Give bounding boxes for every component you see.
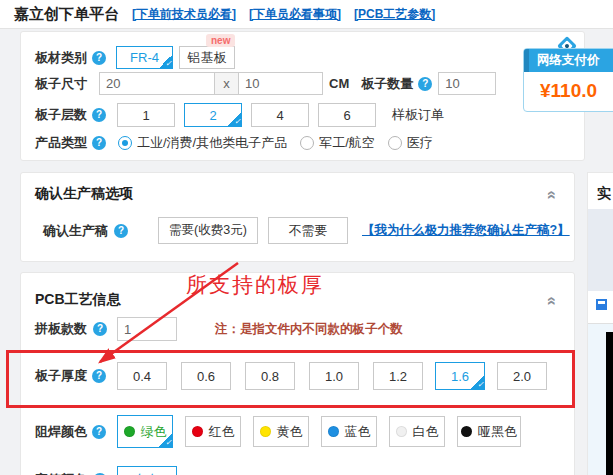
material-option-fr4[interactable]: FR-4 [116,46,173,69]
layers-option-1[interactable]: 1 [117,103,175,127]
thickness-option-2.0[interactable]: 2.0 [497,362,547,390]
sample-order-text: 样板订单 [392,106,444,124]
solder-option-red[interactable]: 红色 [185,416,241,447]
material-label: 板材类别 [35,49,87,67]
yellow-dot-icon [260,426,271,437]
layers-row: 板子层数 ? 1 2 4 6 样板订单 [35,103,444,127]
price-box-header: 网络支付价 [524,49,613,72]
radio-industrial[interactable] [118,136,132,150]
radio-military[interactable] [300,136,314,150]
size-unit: CM [329,76,349,91]
radio-medical[interactable] [388,136,402,150]
panel-count-note: 注：是指文件内不同款的板子个数 [215,321,403,338]
price-box-label: 网络支付价 [537,52,600,69]
solder-color-row: 阻焊颜色 ? 绿色 红色 黄色 蓝色 白色 哑黑色 [35,415,521,448]
red-dot-icon [192,426,203,437]
thickness-option-0.4[interactable]: 0.4 [117,362,167,390]
quantity-help-icon[interactable]: ? [418,77,432,91]
confirm-file-help-icon[interactable]: ? [114,224,128,238]
size-label: 板子尺寸 [35,75,87,93]
no-need-confirm-button[interactable]: 不需要 [268,217,348,244]
thickness-option-0.6[interactable]: 0.6 [181,362,231,390]
link-pcb-process-params[interactable]: [PCB工艺参数] [354,6,435,23]
panel-count-label: 拼板款数 [35,320,87,338]
layers-option-2[interactable]: 2 [184,103,242,127]
silkscreen-label: 字符颜色 [35,471,87,475]
confirm-file-label: 确认生产稿 [43,222,108,240]
panel-count-row: 拼板款数 ? 注：是指文件内不同款的板子个数 [35,317,403,341]
layers-option-4[interactable]: 4 [251,103,309,127]
material-row: 板材类别 ? FR-4 铝基板 [35,46,235,69]
thickness-option-1.0[interactable]: 1.0 [309,362,359,390]
link-pre-order-tech[interactable]: [下单前技术员必看] [132,6,236,23]
selected-check-icon [470,375,485,390]
solder-option-yellow[interactable]: 黄色 [253,416,309,447]
quote-tool-icon[interactable] [596,299,607,310]
panel-count-help-icon[interactable]: ? [93,322,107,336]
thickness-row: 板子厚度 ? 0.4 0.6 0.8 1.0 1.2 1.6 2.0 [35,362,547,390]
quantity-label: 板子数量 [361,75,413,93]
thickness-help-icon[interactable]: ? [92,369,106,383]
right-panel-block [588,209,613,291]
thickness-option-0.8[interactable]: 0.8 [245,362,295,390]
solder-option-matte-black[interactable]: 哑黑色 [457,416,521,447]
link-order-staff-notes[interactable]: [下单员必看事项] [249,6,341,23]
solder-option-green[interactable]: 绿色 [117,415,173,448]
product-type-row: 产品类型 ? 工业/消费/其他类电子产品 军工/航空 医疗 [35,134,433,152]
panel-count-input[interactable] [117,317,177,341]
white-dot-icon [396,426,407,437]
selected-check-icon [158,433,173,448]
product-type-label: 产品类型 [35,134,87,152]
solder-color-help-icon[interactable]: ? [92,425,106,439]
thickness-option-1.6[interactable]: 1.6 [435,362,485,390]
size-separator: x [215,72,239,95]
why-confirm-link[interactable]: 【我为什么极力推荐您确认生产稿?】 [362,222,570,239]
need-confirm-button[interactable]: 需要(收费3元) [158,217,258,244]
material-option-aluminum[interactable]: 铝基板 [179,46,235,69]
black-dot-icon [461,426,472,437]
jlc-order-page: 嘉立创下单平台 [下单前技术员必看] [下单员必看事项] [PCB工艺参数] 板… [0,0,613,475]
blue-dot-icon [328,426,339,437]
price-box: 网络支付价 ¥110.0 [523,48,613,112]
solder-color-label: 阻焊颜色 [35,423,87,441]
new-badge: new [206,34,235,47]
pcb-section-title: PCB工艺信息 [35,291,121,309]
price-amount: ¥110.0 [524,72,613,102]
silkscreen-color-row: 字符颜色 ? 白色 [35,466,177,475]
page-title: 嘉立创下单平台 [14,5,119,24]
layers-label: 板子层数 [35,106,87,124]
collapse-chevron-icon[interactable]: « [543,297,561,306]
collapse-chevron-icon[interactable]: « [543,191,561,200]
right-panel-title: 实 [597,185,611,203]
layers-help-icon[interactable]: ? [92,108,106,122]
board-height-input[interactable] [239,72,323,95]
layers-option-6[interactable]: 6 [318,103,376,127]
top-header-bar: 嘉立创下单平台 [下单前技术员必看] [下单员必看事项] [PCB工艺参数] [0,0,613,29]
solder-option-white[interactable]: 白色 [389,416,445,447]
silkscreen-option-white[interactable]: 白色 [117,466,177,475]
board-width-input[interactable] [99,72,215,95]
material-help-icon[interactable]: ? [92,51,106,65]
green-dot-icon [124,426,135,437]
product-type-help-icon[interactable]: ? [92,136,106,150]
quantity-input[interactable] [438,72,496,95]
confirm-section-title: 确认生产稿选项 [35,185,133,203]
selected-check-icon [227,112,242,127]
solder-option-blue[interactable]: 蓝色 [321,416,377,447]
pcb-preview-edge [606,332,613,475]
thickness-option-1.2[interactable]: 1.2 [373,362,423,390]
size-row: 板子尺寸 x CM 板子数量 ? [35,72,496,95]
confirm-file-row: 确认生产稿 ? 需要(收费3元) 不需要 【我为什么极力推荐您确认生产稿?】 [43,217,570,244]
price-box-fold [524,49,529,72]
thickness-label: 板子厚度 [35,367,87,385]
selected-check-icon [158,54,173,69]
